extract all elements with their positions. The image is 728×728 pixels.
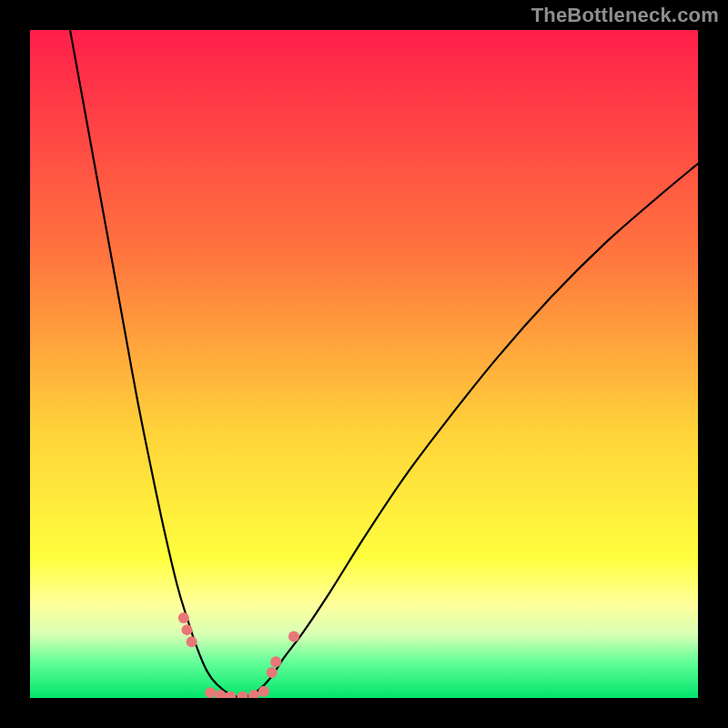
- right-curve: [244, 164, 698, 698]
- data-marker: [258, 686, 269, 697]
- curve-layer: [30, 30, 698, 698]
- data-marker: [267, 667, 278, 678]
- plot-area: [30, 30, 698, 698]
- chart-frame: TheBottleneck.com: [0, 0, 728, 728]
- data-marker: [181, 624, 192, 635]
- data-marker: [187, 636, 197, 647]
- data-marker: [178, 612, 189, 623]
- data-marker: [205, 687, 216, 698]
- data-markers: [178, 612, 299, 698]
- data-marker: [270, 656, 281, 667]
- watermark-text: TheBottleneck.com: [531, 4, 719, 27]
- data-marker: [288, 631, 299, 642]
- data-marker: [237, 692, 248, 698]
- left-curve: [70, 30, 244, 698]
